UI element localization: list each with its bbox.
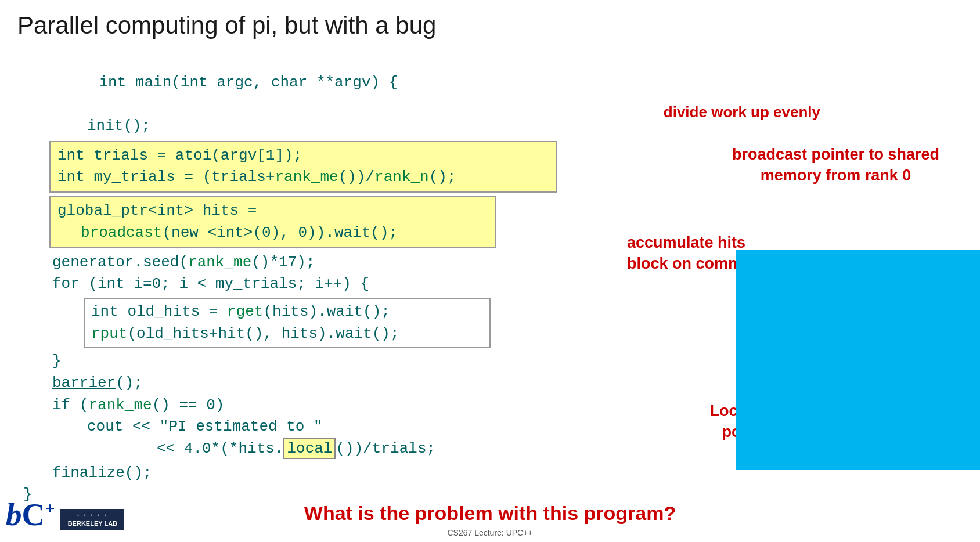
code-line-1: int main(int argc, char **argv) { [17, 50, 963, 115]
code-my-trials: int my_trials = (trials+rank_me())/rank_… [57, 167, 549, 189]
code-text: int main(int argc, char **argv) { [99, 74, 398, 91]
slide-container: Parallel computing of pi, but with a bug… [0, 0, 980, 542]
annotation-broadcast-line1: broadcast pointer to shared [732, 146, 939, 163]
yellow-block-2-wrapper: global_ptr<int> hits = broadcast(new <in… [17, 196, 963, 248]
code-trials: int trials = atoi(argv[1]); [57, 145, 549, 167]
code-rput: rput(old_hits+hit(), hits).wait(); [91, 323, 484, 345]
slide-title: Parallel computing of pi, but with a bug [17, 12, 963, 39]
bottom-logo-area: bC+ • • • • • BERKELEY LAB [6, 498, 124, 530]
code-broadcast: broadcast(new <int>(0), 0)).wait(); [57, 222, 488, 244]
lab-dots: • • • • • [66, 512, 118, 518]
blue-rectangle [736, 250, 980, 470]
berkeley-lab-logo: • • • • • BERKELEY LAB [60, 509, 124, 530]
annotation-broadcast-line2: memory from rank 0 [761, 167, 911, 184]
lab-name: BERKELEY LAB [66, 520, 118, 527]
inner-rget-rput-box: int old_hits = rget(hits).wait(); rput(o… [84, 298, 491, 348]
annotation-divide: divide work up evenly [664, 103, 820, 121]
yellow-block-2: global_ptr<int> hits = broadcast(new <in… [49, 196, 496, 248]
code-rget: int old_hits = rget(hits).wait(); [91, 301, 484, 323]
yellow-block-1: int trials = atoi(argv[1]); int my_trial… [49, 141, 557, 193]
berkeley-symbol: bC+ [6, 498, 55, 530]
annotation-accumulate-line1: accumulate hits [627, 234, 745, 251]
bottom-question: What is the problem with this program? [304, 502, 676, 525]
code-line-2: init(); [17, 115, 963, 138]
annotation-broadcast: broadcast pointer to shared memory from … [732, 144, 939, 186]
code-global-ptr: global_ptr<int> hits = [57, 200, 488, 222]
footer-label: CS267 Lecture: UPC++ [447, 528, 532, 537]
